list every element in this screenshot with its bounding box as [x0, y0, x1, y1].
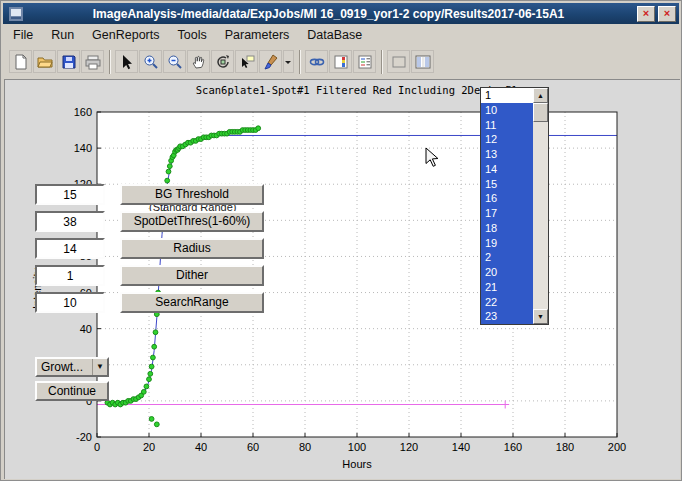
link-plot-button[interactable] — [305, 50, 328, 73]
close-button[interactable]: × — [658, 6, 676, 22]
show-plot-tools-button[interactable] — [411, 50, 434, 73]
listbox-item-23[interactable]: 23 — [481, 309, 534, 324]
listbox-item-10[interactable]: 10 — [481, 103, 534, 118]
listbox-item-13[interactable]: 13 — [481, 147, 534, 162]
param-row-bg-threshold: BG Threshold — [35, 184, 264, 205]
listbox-item-19[interactable]: 19 — [481, 236, 534, 251]
listbox-item-12[interactable]: 12 — [481, 132, 534, 147]
svg-text:60: 60 — [247, 441, 259, 453]
radius-input[interactable] — [35, 238, 105, 259]
print-button[interactable] — [81, 50, 104, 73]
hide-plot-tools-icon — [391, 54, 407, 70]
listbox-item-16[interactable]: 16 — [481, 191, 534, 206]
rotate-3d-button[interactable] — [211, 50, 234, 73]
chevron-down-icon: ▼ — [92, 359, 107, 375]
listbox-item-21[interactable]: 21 — [481, 280, 534, 295]
listbox-item-18[interactable]: 18 — [481, 221, 534, 236]
spotdetthres-1-60-input[interactable] — [35, 211, 105, 232]
bg-threshold-button[interactable]: BG Threshold — [120, 184, 264, 205]
zoom-out-button[interactable] — [163, 50, 186, 73]
open-folder-icon — [37, 54, 53, 70]
toolbar-separator — [299, 50, 301, 74]
show-plot-tools-icon — [415, 54, 431, 70]
svg-text:20: 20 — [143, 441, 155, 453]
save-button[interactable] — [57, 50, 80, 73]
listbox-item-1[interactable]: 1 — [481, 88, 534, 103]
figure-area: 020406080100120140160180200-200204060801… — [4, 79, 680, 479]
new-file-button[interactable] — [9, 50, 32, 73]
listbox-scrollbar[interactable]: ▲ ▼ — [533, 88, 548, 324]
zoom-in-button[interactable] — [139, 50, 162, 73]
svg-text:140: 140 — [74, 142, 92, 154]
svg-text:40: 40 — [195, 441, 207, 453]
svg-text:200: 200 — [608, 441, 626, 453]
print-icon — [85, 54, 101, 70]
searchrange-input[interactable] — [35, 292, 105, 313]
pan-hand-button[interactable] — [187, 50, 210, 73]
insert-legend-button[interactable] — [353, 50, 376, 73]
menu-item-genreports[interactable]: GenReports — [83, 26, 168, 44]
link-plot-icon — [309, 54, 325, 70]
menu-item-run[interactable]: Run — [42, 26, 83, 44]
menu-bar: FileRunGenReportsToolsParametersDataBase — [4, 25, 680, 45]
continue-button[interactable]: Continue — [35, 381, 109, 401]
dither-input[interactable] — [35, 265, 105, 286]
svg-text:-20: -20 — [76, 431, 92, 443]
listbox-item-20[interactable]: 20 — [481, 265, 534, 280]
listbox-item-11[interactable]: 11 — [481, 118, 534, 133]
menu-item-database[interactable]: DataBase — [298, 26, 371, 44]
zoom-in-icon — [143, 54, 159, 70]
window-title: ImageAnalysis-/media/data/ExpJobs/MI 16_… — [23, 7, 634, 21]
listbox-item-22[interactable]: 22 — [481, 295, 534, 310]
svg-text:140: 140 — [452, 441, 470, 453]
app-window: ImageAnalysis-/media/data/ExpJobs/MI 16_… — [0, 0, 682, 481]
scroll-up-button[interactable]: ▲ — [533, 88, 548, 103]
data-cursor-button[interactable] — [235, 50, 258, 73]
svg-text:0: 0 — [94, 441, 100, 453]
insert-colorbar-icon — [333, 54, 349, 70]
listbox-item-2[interactable]: 2 — [481, 250, 534, 265]
growth-dropdown[interactable]: Growt... ▼ — [35, 357, 109, 377]
menu-item-parameters[interactable]: Parameters — [216, 26, 299, 44]
save-icon — [61, 54, 77, 70]
scroll-thumb[interactable] — [533, 103, 548, 122]
growth-dropdown-label: Growt... — [37, 360, 92, 374]
svg-text:80: 80 — [299, 441, 311, 453]
listbox-item-14[interactable]: 14 — [481, 162, 534, 177]
data-cursor-icon — [239, 54, 255, 70]
insert-colorbar-button[interactable] — [329, 50, 352, 73]
rotate-3d-icon — [215, 54, 231, 70]
svg-text:180: 180 — [556, 441, 574, 453]
bg-threshold-input[interactable] — [35, 184, 105, 205]
svg-text:Hours: Hours — [342, 458, 372, 470]
param-row-dither: Dither — [35, 265, 264, 286]
searchrange-button[interactable]: SearchRange — [120, 292, 264, 313]
toolbar-separator — [109, 50, 111, 74]
spotdetthres-1-60-button[interactable]: SpotDetThres(1-60%) — [120, 211, 264, 232]
menu-item-file[interactable]: File — [4, 26, 42, 44]
pan-hand-icon — [191, 54, 207, 70]
param-row-searchrange: SearchRange — [35, 292, 264, 313]
brush-caret-button[interactable] — [283, 50, 294, 73]
svg-text:40: 40 — [80, 323, 92, 335]
toolbar — [4, 45, 680, 78]
menu-item-tools[interactable]: Tools — [169, 26, 216, 44]
dither-button[interactable]: Dither — [120, 265, 264, 286]
scroll-down-button[interactable]: ▼ — [533, 309, 548, 324]
listbox-item-17[interactable]: 17 — [481, 206, 534, 221]
open-folder-button[interactable] — [33, 50, 56, 73]
svg-text:120: 120 — [400, 441, 418, 453]
brush-button[interactable] — [259, 50, 282, 73]
param-row-spotdetthres-1-60: SpotDetThres(1-60%) — [35, 211, 264, 232]
brush-icon — [263, 54, 279, 70]
listbox-item-15[interactable]: 15 — [481, 177, 534, 192]
radius-button[interactable]: Radius — [120, 238, 264, 259]
insert-legend-icon — [357, 54, 373, 70]
value-listbox: 110111213141516171819220212223 ▲ ▼ — [480, 87, 549, 325]
maximize-button[interactable]: × — [637, 6, 655, 22]
param-row-radius: Radius — [35, 238, 264, 259]
hide-plot-tools-button[interactable] — [387, 50, 410, 73]
edit-pointer-button[interactable] — [115, 50, 138, 73]
title-bar[interactable]: ImageAnalysis-/media/data/ExpJobs/MI 16_… — [3, 3, 679, 24]
value-listbox-items: 110111213141516171819220212223 — [481, 88, 534, 324]
